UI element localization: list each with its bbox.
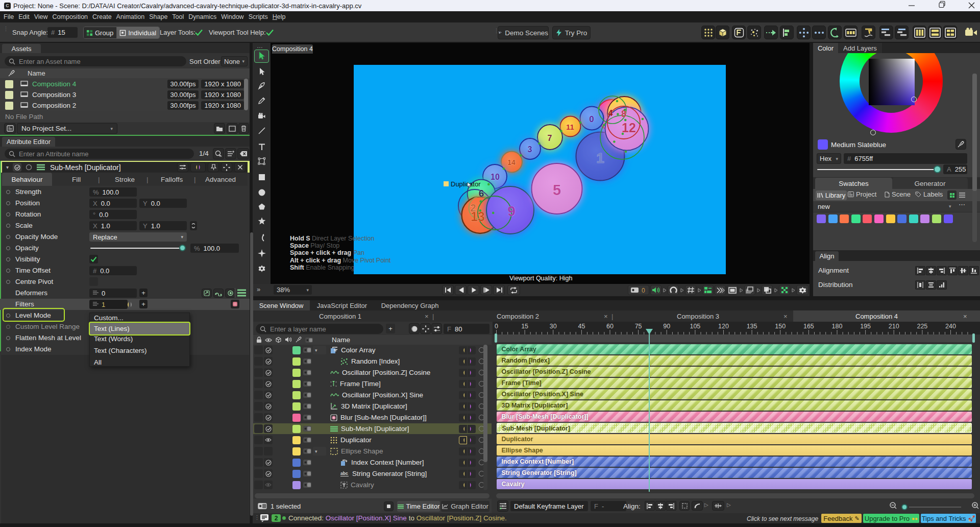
svg-text:6: 6: [479, 188, 484, 199]
svg-text:0: 0: [642, 287, 645, 294]
svg-text:5: 5: [553, 182, 561, 198]
svg-text:9: 9: [507, 203, 516, 219]
svg-text:11: 11: [566, 123, 574, 131]
svg-text:12: 12: [622, 121, 636, 135]
svg-text:4: 4: [608, 108, 613, 118]
svg-text:14: 14: [507, 158, 516, 166]
svg-text:7: 7: [548, 134, 552, 142]
svg-text:0: 0: [589, 114, 594, 124]
svg-text:1: 1: [596, 150, 604, 166]
svg-text:13: 13: [471, 209, 485, 224]
svg-text:abc: abc: [340, 471, 348, 476]
svg-text:10: 10: [491, 173, 500, 181]
svg-text:3: 3: [528, 145, 532, 154]
